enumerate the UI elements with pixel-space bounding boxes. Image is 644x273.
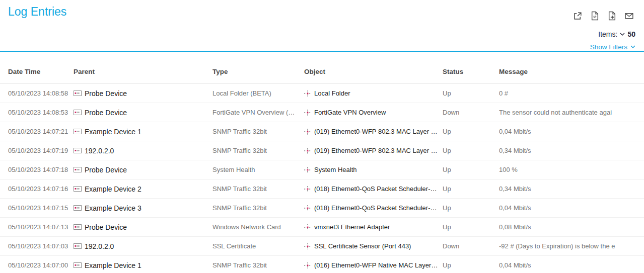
device-icon	[74, 148, 82, 153]
sensor-icon	[304, 109, 311, 116]
log-type: SSL Certificate	[212, 237, 304, 256]
parent-link[interactable]: Probe Device	[85, 89, 127, 98]
sensor-icon	[304, 147, 311, 154]
page-header: Log Entries	[0, 0, 644, 52]
column-header-object[interactable]: Object	[304, 52, 443, 84]
log-type: SNMP Traffic 32bit	[212, 141, 304, 160]
object-link[interactable]: SSL Certificate Sensor (Port 443)	[314, 242, 411, 250]
parent-link[interactable]: Probe Device	[85, 109, 127, 117]
status-text: Up	[443, 160, 499, 179]
device-icon	[74, 167, 82, 172]
show-filters-link[interactable]: Show Filters	[590, 43, 635, 51]
log-date-time: 05/10/2023 14:08:58	[0, 84, 74, 103]
log-type: System Health	[212, 160, 304, 179]
status-text: Up	[443, 84, 499, 103]
chevron-down-icon	[630, 45, 635, 49]
log-message: -92 # (Days to Expiration) is below the …	[499, 237, 644, 256]
object-link[interactable]: (016) Ethernet0-WFP Native MAC Layer…	[314, 261, 438, 269]
column-header-status[interactable]: Status	[443, 52, 499, 84]
parent-link[interactable]: 192.0.2.0	[85, 242, 114, 250]
log-date-time: 05/10/2023 14:07:13	[0, 218, 74, 237]
status-text: Up	[443, 141, 499, 160]
table-row: 05/10/2023 14:07:00 Example Device 1 SNM…	[0, 256, 644, 273]
log-entries-table: Date Time Parent Type Object Status Mess…	[0, 52, 644, 273]
table-row: 05/10/2023 14:07:03 192.0.2.0 SSL Certif…	[0, 237, 644, 256]
log-type: SNMP Traffic 32bit	[212, 122, 304, 141]
chevron-down-icon[interactable]	[620, 33, 625, 36]
log-message: 0,34 Mbit/s	[499, 141, 644, 160]
sensor-icon	[304, 186, 311, 193]
add-report-icon[interactable]	[607, 11, 617, 21]
device-icon	[74, 262, 82, 268]
table-row: 05/10/2023 14:07:15 Example Device 3 SNM…	[0, 199, 644, 218]
page-title: Log Entries	[8, 5, 66, 19]
log-type: FortiGate VPN Overview (…	[212, 103, 304, 122]
sensor-icon	[304, 166, 311, 173]
parent-link[interactable]: Probe Device	[85, 223, 127, 231]
column-header-message[interactable]: Message	[499, 52, 644, 84]
table-row: 05/10/2023 14:08:53 Probe Device FortiGa…	[0, 103, 644, 122]
object-link[interactable]: (019) Ethernet0-WFP 802.3 MAC Layer …	[314, 128, 438, 135]
status-text: Up	[443, 218, 499, 237]
toolbar	[573, 11, 634, 21]
log-type: SNMP Traffic 32bit	[212, 199, 304, 218]
parent-link[interactable]: Example Device 2	[85, 185, 141, 193]
device-icon	[74, 90, 82, 96]
object-link[interactable]: (019) Ethernet0-WFP 802.3 MAC Layer …	[314, 147, 438, 154]
object-link[interactable]: System Health	[314, 166, 357, 173]
log-type: SNMP Traffic 32bit	[212, 179, 304, 199]
sensor-icon	[304, 243, 311, 250]
parent-link[interactable]: Example Device 1	[85, 261, 141, 269]
object-link[interactable]: (018) Ethernet0-QoS Packet Scheduler-…	[314, 204, 437, 212]
log-date-time: 05/10/2023 14:07:19	[0, 141, 74, 160]
log-message: 0,34 Mbit/s	[499, 179, 644, 199]
log-date-time: 05/10/2023 14:07:21	[0, 122, 74, 141]
table-header-row: Date Time Parent Type Object Status Mess…	[0, 52, 644, 84]
parent-link[interactable]: 192.0.2.0	[85, 147, 114, 155]
column-header-date-time[interactable]: Date Time	[0, 52, 74, 84]
items-selector[interactable]: Items: 50	[598, 30, 635, 38]
sensor-icon	[304, 90, 311, 97]
parent-link[interactable]: Example Device 1	[85, 128, 141, 136]
sensor-icon	[304, 224, 311, 231]
log-message: 0 #	[499, 84, 644, 103]
column-header-parent[interactable]: Parent	[74, 52, 212, 84]
device-icon	[74, 243, 82, 249]
column-header-type[interactable]: Type	[212, 52, 304, 84]
object-link[interactable]: (018) Ethernet0-QoS Packet Scheduler-…	[314, 185, 437, 193]
log-type: SNMP Traffic 32bit	[212, 256, 304, 273]
code-file-icon[interactable]	[590, 11, 600, 21]
open-external-icon[interactable]	[573, 11, 583, 21]
log-message: 100 %	[499, 160, 644, 179]
status-text: Up	[443, 179, 499, 199]
sensor-icon	[304, 128, 311, 135]
items-count[interactable]: 50	[627, 30, 635, 38]
log-date-time: 05/10/2023 14:07:16	[0, 179, 74, 199]
object-link[interactable]: vmxnet3 Ethernet Adapter	[314, 223, 390, 231]
status-text: Down	[443, 103, 499, 122]
parent-link[interactable]: Probe Device	[85, 166, 127, 174]
log-message: 0,08 Mbit/s	[499, 218, 644, 237]
sensor-icon	[304, 262, 311, 269]
table-row: 05/10/2023 14:07:21 Example Device 1 SNM…	[0, 122, 644, 141]
log-message: 0,04 Mbit/s	[499, 256, 644, 273]
table-row: 05/10/2023 14:07:19 192.0.2.0 SNMP Traff…	[0, 141, 644, 160]
device-icon	[74, 205, 82, 211]
table-row: 05/10/2023 14:08:58 Probe Device Local F…	[0, 84, 644, 103]
email-icon[interactable]	[624, 11, 634, 21]
device-icon	[74, 224, 82, 230]
object-link[interactable]: Local Folder	[314, 89, 350, 97]
log-date-time: 05/10/2023 14:07:03	[0, 237, 74, 256]
items-label: Items:	[598, 30, 617, 38]
log-type: Local Folder (BETA)	[212, 84, 304, 103]
table-row: 05/10/2023 14:07:16 Example Device 2 SNM…	[0, 179, 644, 199]
device-icon	[74, 110, 82, 115]
log-date-time: 05/10/2023 14:07:15	[0, 199, 74, 218]
log-message: 0,04 Mbit/s	[499, 122, 644, 141]
object-link[interactable]: FortiGate VPN Overview	[314, 109, 386, 116]
log-type: Windows Network Card	[212, 218, 304, 237]
status-text: Up	[443, 122, 499, 141]
log-date-time: 05/10/2023 14:07:18	[0, 160, 74, 179]
show-filters-label[interactable]: Show Filters	[590, 43, 627, 51]
parent-link[interactable]: Example Device 3	[85, 204, 141, 212]
